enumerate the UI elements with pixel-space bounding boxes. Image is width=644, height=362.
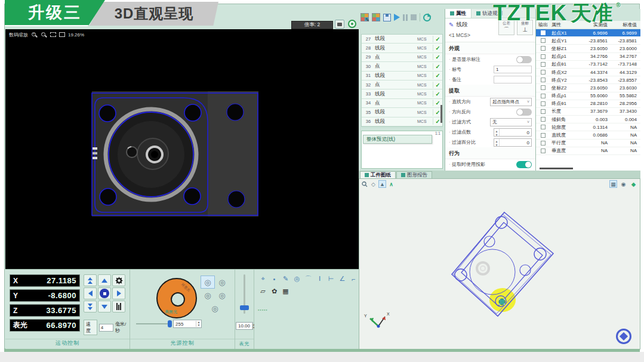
result-row[interactable]: 起点ρ1 34.2766 34.2767 [536, 53, 640, 61]
refresh-button[interactable] [423, 14, 431, 21]
output-checkbox[interactable] [541, 70, 546, 75]
jog-up-button[interactable] [98, 274, 111, 286]
jog-tools-button[interactable] [112, 301, 125, 313]
measure-tool-icon[interactable]: ⌐ [350, 276, 358, 283]
result-row[interactable]: 起点θ1 -73.7142 -73.7148 [536, 61, 640, 69]
result-row[interactable]: 终点θ1 28.2810 28.2956 [536, 100, 640, 108]
measure-tool-icon[interactable]: ✿ [270, 287, 278, 295]
result-row[interactable]: 坐标Z1 23.6050 23.6000 [536, 45, 640, 52]
results-scrollbar[interactable] [540, 168, 573, 169]
surface-light-value-box[interactable]: 10.00 ▲▼ [236, 322, 253, 330]
light-mode-quad-icon[interactable]: ◎ [201, 289, 215, 302]
projection-toggle[interactable] [516, 161, 532, 168]
light-mode-inner-icon[interactable]: ◎ [215, 289, 229, 302]
jog-down-button[interactable] [98, 301, 111, 313]
output-checkbox[interactable] [541, 125, 546, 129]
filter-select[interactable]: 无 ˅ [490, 118, 532, 126]
surface-light-slider[interactable] [244, 274, 245, 314]
output-checkbox[interactable] [541, 109, 546, 114]
measure-tool-icon[interactable]: ⌖ [259, 275, 267, 283]
tab-graphic-report[interactable]: 图形报告 [396, 171, 432, 178]
output-checkbox[interactable] [541, 85, 546, 90]
spinner-arrows-icon[interactable]: ▲▼ [494, 139, 500, 146]
spinner-arrows-icon[interactable]: ▲▼ [494, 129, 500, 136]
reverse-toggle[interactable] [516, 109, 532, 116]
result-row[interactable]: 直线度 0.0686 NA [536, 131, 640, 139]
camera-view[interactable]: 数码缩放 + - 19.26% [5, 29, 359, 269]
step-row[interactable]: 29 点 MCS ✓ [362, 53, 442, 62]
result-row[interactable]: 倾斜角 0.003 0.004 [536, 116, 640, 123]
light-value-box[interactable]: 255 ▲▼ [173, 320, 202, 328]
jog-settings-button[interactable] [112, 274, 125, 286]
stop-button[interactable] [411, 14, 417, 20]
output-checkbox[interactable] [541, 38, 546, 43]
light-mode-off-icon[interactable]: ◎ [201, 302, 229, 315]
filter-percent-spinner[interactable]: ▲▼ 0 [494, 138, 532, 147]
result-row[interactable]: 坐标Z2 23.6050 23.6030 [536, 84, 640, 92]
measure-tool-icon[interactable]: ∠ [338, 275, 346, 283]
select-region-icon[interactable]: ◇ [369, 180, 377, 188]
magnification-dropdown[interactable]: 倍率: 2 [291, 21, 333, 29]
step-row[interactable]: 34 点 MCS ✓ [362, 99, 442, 108]
step-row[interactable]: 31 线段 MCS ✓ [362, 72, 442, 81]
zoom-in-icon[interactable]: + [31, 32, 38, 38]
graphics-view[interactable]: ◇ ▲ ∧ ▦ ◉ ◆ [359, 178, 640, 349]
output-checkbox[interactable] [541, 78, 546, 82]
jog-right-button[interactable] [112, 287, 125, 299]
speed-input[interactable]: 4 [99, 324, 113, 332]
screen-capture-icon[interactable]: ▦ [609, 180, 617, 188]
step-row[interactable]: 27 线段 MCS ✓ [362, 35, 442, 44]
light-mode-full-icon[interactable]: ◎ [201, 276, 215, 289]
edit-template-icon[interactable] [360, 13, 369, 21]
measure-tool-icon[interactable]: ◎ [293, 275, 301, 283]
light-intensity-slider[interactable] [136, 323, 170, 324]
save-icon[interactable] [383, 14, 391, 21]
result-row[interactable]: 终点ρ1 55.6060 55.5862 [536, 92, 640, 100]
result-row[interactable]: 轮廓度 0.1314 NA [536, 123, 640, 131]
zoom-out-icon[interactable]: - [41, 32, 47, 38]
measure-tool-icon[interactable]: ⊢ [327, 275, 335, 283]
measure-tool-icon[interactable]: ⌒ [304, 274, 312, 283]
output-checkbox[interactable] [541, 133, 546, 138]
output-checkbox[interactable] [541, 94, 546, 98]
tab-properties[interactable]: 属性 [445, 9, 472, 18]
spinner-arrows-icon[interactable]: ▲▼ [196, 321, 201, 327]
zoom-tool-icon[interactable] [360, 180, 368, 188]
show-label-toggle[interactable] [516, 56, 532, 63]
run-button[interactable] [394, 14, 400, 21]
output-checkbox[interactable] [541, 148, 546, 153]
step-row[interactable]: 35 线段 MCS ✓ [362, 108, 442, 117]
direction-select[interactable]: 起点指向终点 ˅ [490, 98, 532, 106]
tab-workpiece-drawing[interactable]: 工件图纸 [360, 171, 396, 178]
step-row[interactable]: 33 线段 MCS ✓ [362, 89, 442, 98]
jog-stop-button[interactable] [98, 287, 111, 299]
measure-tool-icon[interactable]: ▱ [259, 287, 267, 295]
note-input[interactable] [494, 76, 532, 83]
result-row[interactable]: 长度 37.3679 37.3430 [536, 108, 640, 116]
step-row[interactable]: 28 线段 MCS ✓ [362, 44, 442, 52]
output-checkbox[interactable] [541, 46, 546, 51]
output-checkbox[interactable] [541, 117, 546, 122]
speed-button[interactable]: 速度 [84, 320, 97, 335]
output-checkbox[interactable] [541, 30, 546, 35]
result-row[interactable]: 终点X2 44.3374 44.3129 [536, 69, 640, 76]
steps-scrollbar[interactable] [440, 105, 442, 123]
measure-tool-icon[interactable]: • [270, 276, 278, 283]
fit-view-icon[interactable] [50, 32, 56, 37]
template-icon[interactable] [372, 13, 380, 21]
result-row[interactable]: 起点X1 6.9696 6.9699 [536, 29, 640, 37]
measure-tool-icon[interactable]: Ⅰ [316, 275, 323, 283]
light-mode-outer-icon[interactable]: ◎ [215, 276, 229, 289]
measure-tool-icon[interactable]: ✎ [282, 275, 289, 283]
actual-size-icon[interactable] [59, 32, 65, 37]
step-row[interactable]: 30 点 MCS ✓ [362, 62, 442, 71]
view-cube-icon[interactable]: ◆ [630, 180, 637, 188]
measure-tool-icon[interactable]: ▦ [282, 287, 289, 295]
result-row[interactable]: 起点Y1 -23.8561 -23.8581 [536, 37, 640, 45]
step-row[interactable]: 36 线段 MCS ✓ [362, 117, 442, 126]
pause-button[interactable] [403, 14, 408, 21]
jog-down-fast-button[interactable] [84, 301, 97, 313]
step-row[interactable]: 32 点 MCS ✓ [362, 81, 442, 89]
overview-tab[interactable]: 整体预览(线) [363, 135, 432, 144]
output-checkbox[interactable] [541, 62, 546, 67]
